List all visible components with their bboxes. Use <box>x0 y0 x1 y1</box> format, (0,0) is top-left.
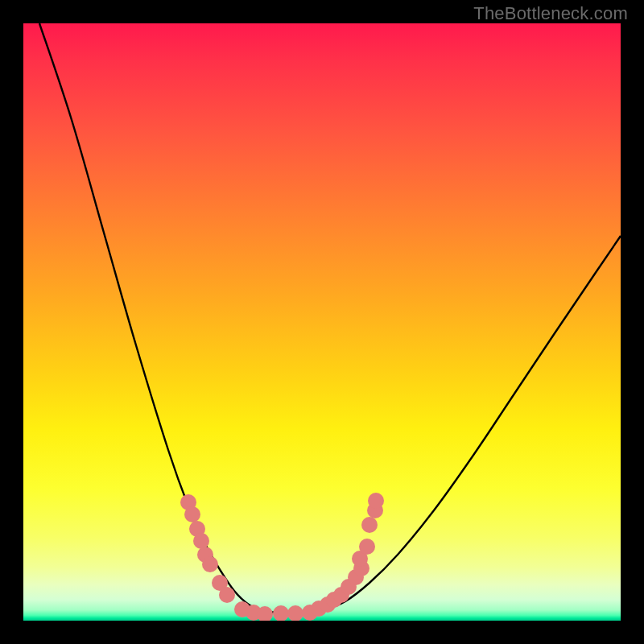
marker-dot <box>368 493 384 509</box>
marker-dots-group <box>180 493 384 621</box>
marker-dot <box>202 556 218 572</box>
marker-dot <box>359 539 375 555</box>
marker-dot <box>193 533 209 549</box>
marker-dot <box>273 605 289 621</box>
bottleneck-curve <box>39 23 621 613</box>
watermark-text: TheBottleneck.com <box>473 3 628 24</box>
marker-dot <box>287 605 303 621</box>
marker-dot <box>219 587 235 603</box>
marker-dot <box>361 517 378 533</box>
marker-dot <box>184 506 200 522</box>
bottleneck-chart-svg <box>23 23 621 621</box>
chart-area <box>23 23 621 621</box>
